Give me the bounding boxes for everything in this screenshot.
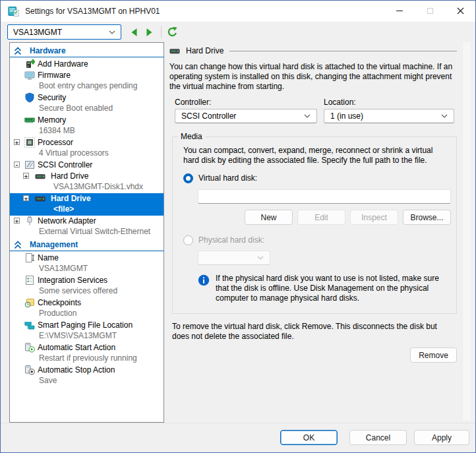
firmware-icon <box>24 70 35 80</box>
panel-title: Hard Drive <box>186 46 223 55</box>
footer-divider <box>1 423 475 423</box>
tree-item-name-detail: VSA13MGMT <box>10 264 164 275</box>
title-bar: Settings for VSA13MGMT on HPHV01 <box>1 1 475 22</box>
tree-item-firmware-detail: Boot entry changes pending <box>10 81 164 92</box>
minimize-button[interactable] <box>384 1 415 21</box>
hardware-tree: Hardware Add Hardware Firmware Boot entr… <box>9 42 164 423</box>
apply-button[interactable]: Apply <box>414 430 469 445</box>
physical-hard-disk-radio <box>183 235 193 245</box>
chevron-down-icon <box>441 114 448 118</box>
browse-button[interactable]: Browse... <box>403 210 451 225</box>
tree-item-add-hardware[interactable]: Add Hardware <box>10 59 164 70</box>
toolbar-separator <box>161 26 162 38</box>
close-button[interactable] <box>445 1 475 21</box>
tree-item-hard-drive-1[interactable]: + Hard Drive <box>10 171 164 182</box>
virtual-hard-disk-path-input[interactable] <box>198 189 451 204</box>
tree-item-hard-drive-selected[interactable]: + Hard Drive <file> <box>10 193 164 216</box>
expander-icon[interactable]: - <box>14 162 20 167</box>
hard-drive-icon <box>169 45 180 56</box>
maximize-button <box>415 1 445 21</box>
minimize-icon <box>396 11 403 11</box>
remove-button[interactable]: Remove <box>410 347 457 363</box>
location-dropdown[interactable]: 1 (in use) <box>324 109 454 123</box>
media-group-legend: Media <box>178 132 205 141</box>
tree-item-firmware[interactable]: Firmware <box>10 70 164 81</box>
media-buttons-row: New Edit Inspect Browse... <box>198 210 451 225</box>
tree-item-security-detail: Secure Boot enabled <box>10 104 164 115</box>
panel-intro-text: You can change how this virtual hard dis… <box>169 62 454 92</box>
tree-item-network-adapter-detail: External Virtual Switch-Ethernet <box>10 227 164 238</box>
header-rule <box>229 51 457 51</box>
chevron-down-icon <box>304 114 311 118</box>
sidebar-header-label: Management <box>30 240 78 249</box>
window-title: Settings for VSA13MGMT on HPHV01 <box>25 7 160 16</box>
virtual-hard-disk-radio-row: Virtual hard disk: <box>183 173 450 183</box>
memory-icon <box>24 115 35 125</box>
panel-header: Hard Drive <box>169 45 457 57</box>
tree-item-processor-detail: 4 Virtual processors <box>10 148 164 160</box>
cancel-button[interactable]: Cancel <box>349 430 407 445</box>
hard-drive-icon <box>35 193 45 204</box>
tree-item-security[interactable]: Security <box>10 92 164 104</box>
network-adapter-icon <box>24 216 35 226</box>
tree-item-auto-stop-detail: Save <box>10 376 164 387</box>
hard-drive-panel: Hard Drive You can change how this virtu… <box>169 42 457 363</box>
expander-icon[interactable]: + <box>14 218 20 224</box>
inspect-button: Inspect <box>350 210 398 225</box>
physical-hard-disk-label: Physical hard disk: <box>198 235 264 245</box>
remove-button-row: Remove <box>169 347 457 363</box>
sidebar-header-management[interactable]: Management <box>10 239 164 251</box>
shield-icon <box>24 92 35 103</box>
back-arrow-button[interactable] <box>129 27 140 38</box>
vm-selector-dropdown[interactable]: VSA13MGMT <box>7 24 121 40</box>
chevron-down-icon <box>109 30 115 34</box>
tree-item-name[interactable]: Name <box>10 253 164 264</box>
location-value: 1 (in use) <box>330 111 363 121</box>
integration-services-icon <box>24 275 35 286</box>
tree-item-smart-paging[interactable]: Smart Paging File Location <box>10 320 164 331</box>
panel-scrollbar-track[interactable] <box>462 42 471 421</box>
tree-item-checkpoints-detail: Production <box>10 309 164 320</box>
app-icon <box>8 6 19 17</box>
tree-item-checkpoints[interactable]: Checkpoints <box>10 297 164 309</box>
collapse-chevron-icon <box>14 47 22 55</box>
tree-item-hard-drive-1-detail: VSA13MGMT-Disk1.vhdx <box>10 182 164 193</box>
tree-item-scsi-controller[interactable]: - SCSI Controller <box>10 160 164 171</box>
smart-paging-icon <box>24 320 35 330</box>
tree-item-integration-services[interactable]: Integration Services <box>10 275 164 286</box>
tree-item-hard-drive-selected-detail: <file> <box>10 204 164 216</box>
tree-item-integration-services-detail: Some services offered <box>10 286 164 297</box>
vm-selector-value: VSA13MGMT <box>13 28 62 37</box>
add-hardware-icon <box>24 59 35 69</box>
virtual-hard-disk-radio[interactable] <box>183 173 193 183</box>
edit-button: Edit <box>297 210 345 225</box>
refresh-button[interactable] <box>167 26 178 38</box>
tree-item-auto-start[interactable]: Automatic Start Action <box>10 342 164 353</box>
media-description: You can compact, convert, expand, merge,… <box>183 146 447 166</box>
settings-window: Settings for VSA13MGMT on HPHV01 VSA13MG… <box>0 0 476 453</box>
expander-icon[interactable]: + <box>23 173 29 179</box>
forward-arrow-button[interactable] <box>144 27 154 38</box>
tree-item-smart-paging-detail: E:\VMS\VSA13MGMT <box>10 331 164 342</box>
name-icon <box>24 253 35 263</box>
controller-dropdown[interactable]: SCSI Controller <box>175 109 317 123</box>
tree-item-memory[interactable]: Memory <box>10 115 164 126</box>
tree-item-auto-stop[interactable]: Automatic Stop Action <box>10 365 164 376</box>
maximize-icon <box>427 8 433 14</box>
physical-disk-info: If the physical hard disk you want to us… <box>198 274 451 303</box>
controller-value: SCSI Controller <box>181 111 236 121</box>
info-text: If the physical hard disk you want to us… <box>216 274 450 303</box>
remove-description: To remove the virtual hard disk, click R… <box>172 322 456 342</box>
location-label: Location: <box>324 98 356 107</box>
auto-start-icon <box>24 342 35 353</box>
new-button[interactable]: New <box>245 210 293 225</box>
processor-icon <box>24 137 35 148</box>
tree-item-processor[interactable]: + Processor <box>10 137 164 148</box>
expander-icon[interactable]: + <box>14 139 20 145</box>
media-group: Media You can compact, convert, expand, … <box>172 136 457 314</box>
ok-button[interactable]: OK <box>280 430 338 445</box>
expander-icon[interactable]: + <box>23 195 29 201</box>
close-icon <box>457 7 464 15</box>
sidebar-header-hardware[interactable]: Hardware <box>10 45 164 57</box>
tree-item-network-adapter[interactable]: + Network Adapter <box>10 216 164 227</box>
